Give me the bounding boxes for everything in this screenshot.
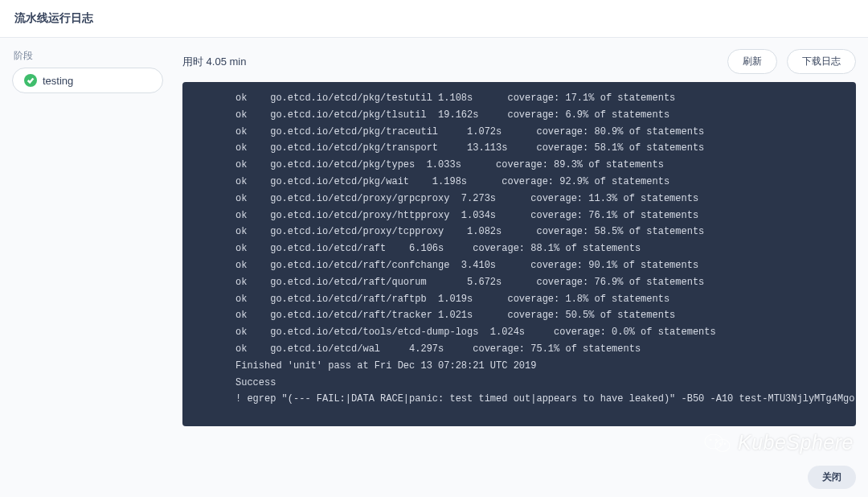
log-line: ok go.etcd.io/etcd/pkg/transport 13.113s…	[182, 140, 856, 157]
stage-item-testing[interactable]: testing	[12, 68, 163, 93]
duration-label: 用时 4.05 min	[182, 55, 246, 69]
footer-actions: 关闭	[808, 466, 856, 489]
log-line: ok go.etcd.io/etcd/pkg/wait 1.198s cover…	[182, 174, 856, 191]
log-line: ok go.etcd.io/etcd/tools/etcd-dump-logs …	[182, 324, 856, 341]
log-line: Finished 'unit' pass at Fri Dec 13 07:28…	[182, 358, 856, 375]
modal-header: 流水线运行日志	[0, 0, 868, 38]
stage-section-label: 阶段	[12, 49, 163, 63]
svg-point-2	[710, 439, 711, 441]
close-button[interactable]: 关闭	[808, 466, 856, 489]
sidebar: 阶段 testing	[12, 49, 163, 426]
page-title: 流水线运行日志	[14, 11, 93, 24]
log-output[interactable]: ok go.etcd.io/etcd/pkg/testutil 1.108s c…	[182, 82, 856, 426]
check-circle-icon	[24, 74, 37, 87]
refresh-button[interactable]: 刷新	[727, 49, 777, 74]
log-line: ok go.etcd.io/etcd/raft/raftpb 1.019s co…	[182, 291, 856, 308]
log-line: ok go.etcd.io/etcd/raft/quorum 5.672s co…	[182, 274, 856, 291]
log-line: Success	[182, 375, 856, 392]
log-line: ok go.etcd.io/etcd/raft/confchange 3.410…	[182, 257, 856, 274]
main-content: 阶段 testing 用时 4.05 min 刷新 下载日志 ok go.etc…	[0, 38, 868, 437]
log-line: ok go.etcd.io/etcd/wal 4.297s coverage: …	[182, 341, 856, 358]
log-line: ok go.etcd.io/etcd/raft 6.106s coverage:…	[182, 240, 856, 257]
log-line: ok go.etcd.io/etcd/pkg/types 1.033s cove…	[182, 157, 856, 174]
toolbar-actions: 刷新 下载日志	[727, 49, 856, 74]
log-line: ok go.etcd.io/etcd/proxy/grpcproxy 7.273…	[182, 191, 856, 207]
svg-point-1	[715, 440, 730, 452]
log-line: ok go.etcd.io/etcd/proxy/tcpproxy 1.082s…	[182, 224, 856, 240]
download-log-button[interactable]: 下载日志	[787, 49, 856, 74]
svg-point-5	[724, 443, 726, 445]
log-toolbar: 用时 4.05 min 刷新 下载日志	[182, 49, 856, 74]
log-line: ok go.etcd.io/etcd/proxy/httpproxy 1.034…	[182, 207, 856, 224]
log-line: ! egrep "(--- FAIL:|DATA RACE|panic: tes…	[182, 391, 856, 408]
stage-name: testing	[43, 75, 73, 87]
log-section: 用时 4.05 min 刷新 下载日志 ok go.etcd.io/etcd/p…	[182, 49, 856, 426]
log-line: ok go.etcd.io/etcd/raft/tracker 1.021s c…	[182, 307, 856, 324]
log-line: ok go.etcd.io/etcd/pkg/tlsutil 19.162s c…	[182, 107, 856, 124]
svg-point-3	[715, 439, 717, 441]
log-line: ok go.etcd.io/etcd/pkg/traceutil 1.072s …	[182, 124, 856, 141]
svg-point-4	[719, 443, 721, 445]
log-line: ok go.etcd.io/etcd/pkg/testutil 1.108s c…	[182, 90, 856, 107]
